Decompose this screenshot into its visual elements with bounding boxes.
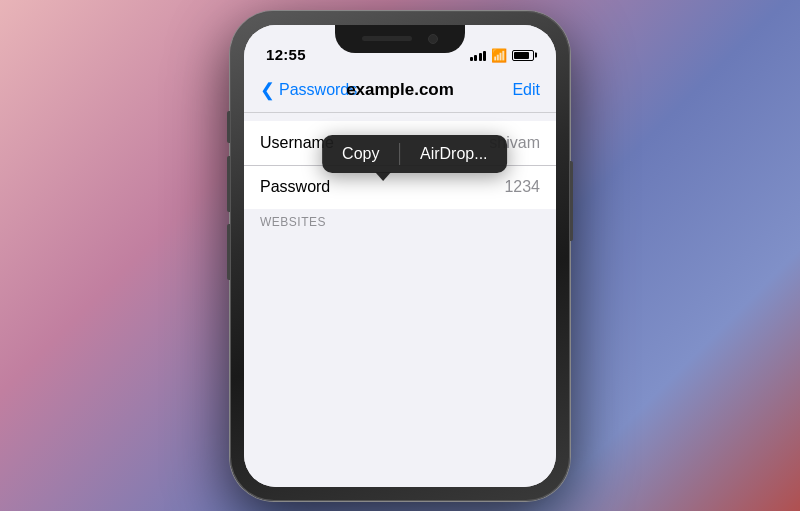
chevron-left-icon: ❮ xyxy=(260,79,275,101)
copy-button[interactable]: Copy xyxy=(322,135,399,173)
battery-icon xyxy=(512,50,534,61)
websites-section-header: WEBSITES xyxy=(244,209,556,233)
power-button xyxy=(570,161,573,241)
screen: 12:55 📶 ❮ Passwords xyxy=(244,25,556,487)
edit-button[interactable]: Edit xyxy=(512,81,540,99)
username-row[interactable]: Username shivam Copy AirDrop... xyxy=(244,121,556,165)
page-title: example.com xyxy=(346,80,454,100)
volume-down-button xyxy=(227,224,230,280)
back-button[interactable]: ❮ Passwords xyxy=(260,80,357,101)
content-area: Username shivam Copy AirDrop... Password… xyxy=(244,113,556,487)
airdrop-button[interactable]: AirDrop... xyxy=(400,135,508,173)
notch xyxy=(335,25,465,53)
phone-device: 12:55 📶 ❮ Passwords xyxy=(230,11,570,501)
password-value: 1234 xyxy=(504,178,540,196)
volume-up-button xyxy=(227,156,230,212)
wifi-icon: 📶 xyxy=(491,48,507,63)
speaker xyxy=(362,36,412,41)
navigation-bar: ❮ Passwords example.com Edit xyxy=(244,69,556,113)
menu-arrow xyxy=(375,172,391,181)
context-menu: Copy AirDrop... xyxy=(322,135,507,173)
status-time: 12:55 xyxy=(266,46,306,63)
password-label: Password xyxy=(260,178,330,196)
credentials-section: Username shivam Copy AirDrop... Password… xyxy=(244,121,556,209)
status-icons: 📶 xyxy=(470,48,535,63)
signal-icon xyxy=(470,49,487,61)
front-camera xyxy=(428,34,438,44)
mute-button xyxy=(227,111,230,143)
